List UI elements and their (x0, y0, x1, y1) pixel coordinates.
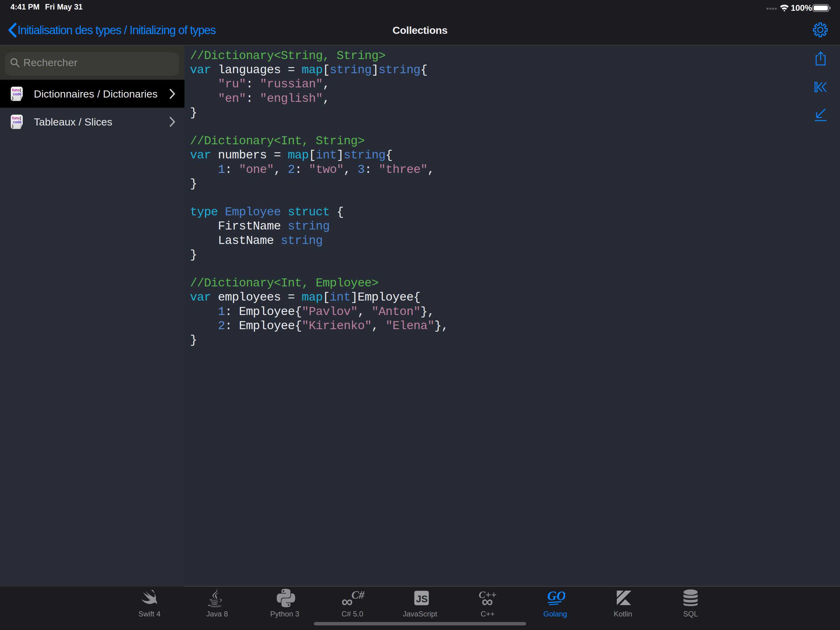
svg-text:func{: func{ (12, 116, 21, 120)
svg-text:}: } (12, 96, 14, 100)
svg-text:JS: JS (416, 594, 428, 605)
svg-text:code: code (13, 92, 22, 96)
svg-text:code: code (13, 120, 22, 124)
svg-text:C#: C# (351, 589, 365, 601)
svg-text:100%: 100% (791, 3, 812, 13)
svg-text:}: } (12, 123, 14, 128)
svg-text:GO: GO (547, 589, 565, 603)
svg-text:∞: ∞ (341, 592, 353, 608)
svg-text:∞: ∞ (482, 592, 493, 608)
svg-text:func{: func{ (12, 88, 21, 92)
